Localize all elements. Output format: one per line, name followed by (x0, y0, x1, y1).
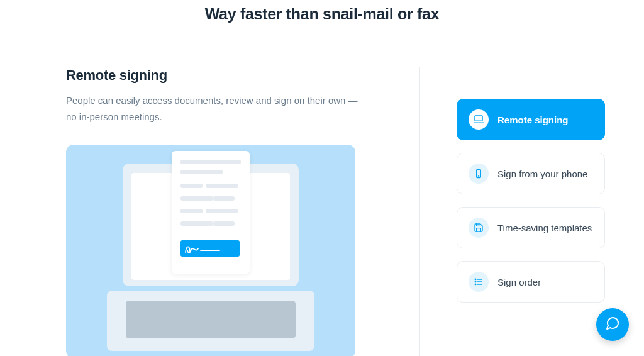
chat-button[interactable] (596, 308, 629, 341)
option-label: Time-saving templates (497, 223, 592, 233)
option-sign-from-phone[interactable]: Sign from your phone (457, 153, 605, 194)
svg-point-8 (475, 284, 476, 285)
vertical-divider (419, 67, 420, 356)
list-icon (469, 272, 489, 292)
document-icon (172, 151, 250, 274)
option-label: Remote signing (497, 114, 569, 125)
svg-point-7 (475, 281, 476, 282)
feature-options: Remote signing Sign from your phone Time… (457, 67, 616, 356)
feature-illustration (66, 145, 355, 357)
save-icon (469, 218, 489, 238)
laptop-icon (469, 109, 489, 130)
feature-title: Remote signing (66, 67, 393, 84)
svg-point-6 (475, 279, 476, 280)
svg-rect-0 (475, 116, 482, 121)
option-time-saving-templates[interactable]: Time-saving templates (457, 207, 605, 248)
phone-icon (469, 164, 489, 184)
option-label: Sign from your phone (497, 169, 587, 179)
option-label: Sign order (497, 277, 541, 287)
page-title: Way faster than snail-mail or fax (0, 5, 644, 23)
chat-icon (605, 316, 620, 333)
feature-description: People can easily access documents, revi… (66, 92, 368, 126)
option-remote-signing[interactable]: Remote signing (457, 99, 605, 140)
signature-icon (180, 240, 240, 257)
option-sign-order[interactable]: Sign order (457, 261, 605, 303)
